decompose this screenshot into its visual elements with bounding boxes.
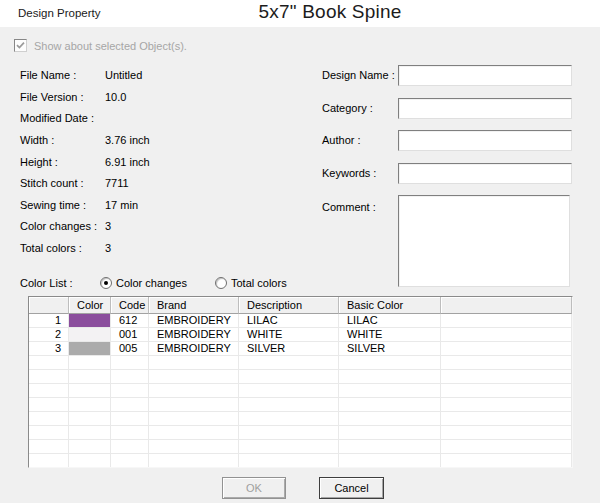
column-header[interactable]: [29, 297, 69, 314]
info-value: 6.91 inch: [105, 156, 150, 178]
table-row[interactable]: [29, 454, 572, 468]
table-cell: [29, 440, 69, 454]
table-row[interactable]: [29, 370, 572, 384]
table-cell: 2: [29, 328, 69, 342]
table-cell: LILAC: [339, 314, 441, 328]
color-swatch-cell: [69, 426, 111, 440]
table-cell: [111, 370, 149, 384]
comment-field[interactable]: [398, 195, 570, 287]
table-row[interactable]: [29, 398, 572, 412]
table-cell: [29, 398, 69, 412]
table-row[interactable]: 2001EMBROIDERYWHITEWHITE: [29, 328, 572, 342]
info-value: 7711: [105, 177, 129, 199]
table-cell: WHITE: [239, 328, 339, 342]
info-label: Stitch count :: [20, 177, 105, 199]
category-label: Category :: [322, 102, 373, 114]
radio-total-colors[interactable]: [215, 277, 227, 289]
table-cell: [339, 426, 441, 440]
table-body: 1612EMBROIDERYLILACLILAC2001EMBROIDERYWH…: [29, 314, 572, 468]
info-row: File Name :Untitled: [20, 69, 150, 91]
column-header-brand[interactable]: Brand: [149, 297, 239, 314]
info-row: Stitch count :7711: [20, 177, 150, 199]
cancel-button[interactable]: Cancel: [319, 477, 384, 499]
info-value: 3.76 inch: [105, 134, 150, 156]
design-name-label: Design Name :: [322, 69, 395, 81]
table-cell: [339, 356, 441, 370]
table-cell: [441, 412, 572, 426]
color-swatch-cell: [69, 356, 111, 370]
info-row: Color changes :3: [20, 220, 150, 242]
info-row: Height :6.91 inch: [20, 156, 150, 178]
table-row[interactable]: 3005EMBROIDERYSILVERSILVER: [29, 342, 572, 356]
info-row: Sewing time :17 min: [20, 199, 150, 221]
color-swatch: [69, 328, 110, 341]
table-cell: [149, 440, 239, 454]
info-value: 3: [105, 220, 111, 242]
table-row[interactable]: [29, 384, 572, 398]
table-cell: [441, 356, 572, 370]
category-field[interactable]: [398, 98, 572, 119]
table-cell: [149, 426, 239, 440]
table-cell: [111, 412, 149, 426]
column-header[interactable]: [441, 297, 572, 314]
table-cell: [441, 426, 572, 440]
color-swatch-cell: [69, 342, 111, 356]
table-cell: [339, 384, 441, 398]
table-cell: [239, 426, 339, 440]
table-cell: 3: [29, 342, 69, 356]
table-cell: [239, 370, 339, 384]
info-label: File Name :: [20, 69, 105, 91]
table-row[interactable]: [29, 440, 572, 454]
table-cell: [29, 384, 69, 398]
table-cell: 1: [29, 314, 69, 328]
thread-color-table: ColorCodeBrandDescriptionBasic Color 161…: [28, 296, 573, 468]
table-cell: [111, 426, 149, 440]
table-cell: [111, 440, 149, 454]
panel-title: Design Property: [18, 7, 100, 19]
ok-button[interactable]: OK: [222, 477, 286, 499]
show-selected-checkbox[interactable]: [14, 39, 27, 52]
table-cell: [239, 356, 339, 370]
design-info-list: File Name :UntitledFile Version :10.0Mod…: [20, 69, 150, 264]
table-row[interactable]: 1612EMBROIDERYLILACLILAC: [29, 314, 572, 328]
table-cell: 612: [111, 314, 149, 328]
table-cell: [29, 356, 69, 370]
column-header-color[interactable]: Color: [69, 297, 111, 314]
table-cell: SILVER: [239, 342, 339, 356]
table-cell: [149, 398, 239, 412]
table-cell: [339, 412, 441, 426]
info-value: Untitled: [105, 69, 142, 91]
radio-label: Color changes: [116, 277, 187, 289]
column-header-code[interactable]: Code: [111, 297, 149, 314]
color-swatch-cell: [69, 384, 111, 398]
table-cell: [111, 398, 149, 412]
table-cell: [29, 412, 69, 426]
table-cell: 001: [111, 328, 149, 342]
column-header-basic-color[interactable]: Basic Color: [339, 297, 441, 314]
color-swatch-cell: [69, 328, 111, 342]
table-cell: [441, 398, 572, 412]
table-cell: [29, 426, 69, 440]
info-label: Total colors :: [20, 242, 105, 264]
column-header-description[interactable]: Description: [239, 297, 339, 314]
table-row[interactable]: [29, 426, 572, 440]
table-cell: [111, 356, 149, 370]
radio-color-changes[interactable]: [100, 277, 112, 289]
author-field[interactable]: [398, 130, 572, 151]
color-swatch-cell: [69, 440, 111, 454]
info-label: Width :: [20, 134, 105, 156]
keywords-field[interactable]: [398, 163, 572, 184]
design-name-field[interactable]: [398, 65, 572, 86]
table-cell: [339, 454, 441, 468]
info-label: Sewing time :: [20, 199, 105, 221]
table-row[interactable]: [29, 412, 572, 426]
info-row: Total colors :3: [20, 242, 150, 264]
table-row[interactable]: [29, 356, 572, 370]
info-label: Height :: [20, 156, 105, 178]
document-title: 5x7" Book Spine: [259, 1, 402, 23]
radio-dot: [104, 281, 108, 285]
table-header-row: ColorCodeBrandDescriptionBasic Color: [29, 297, 572, 314]
info-value: 10.0: [105, 91, 126, 113]
table-cell: [111, 384, 149, 398]
table-cell: [29, 370, 69, 384]
